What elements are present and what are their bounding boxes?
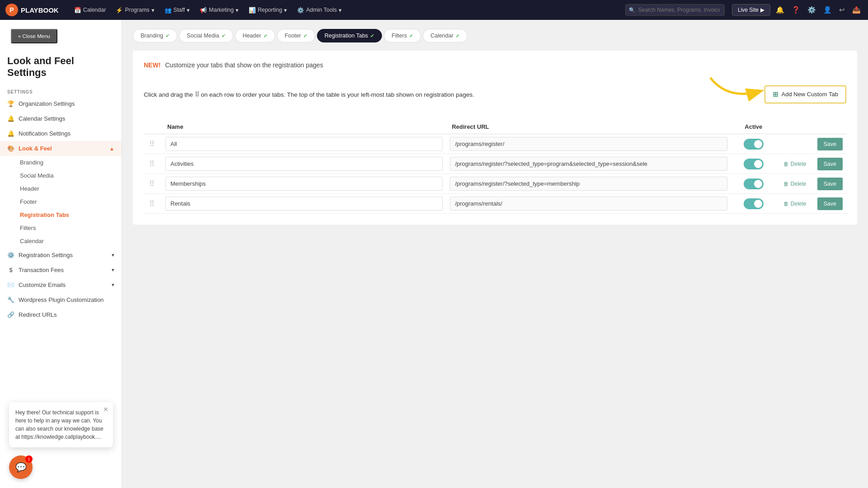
tab-calendar[interactable]: Calendar ✔ <box>423 29 467 42</box>
save-button[interactable]: Save <box>817 158 843 170</box>
live-site-button[interactable]: Live Site ▶ <box>732 4 770 16</box>
delete-button[interactable]: 🗑 Delete <box>780 179 810 189</box>
sidebar-item-wordpress-plugin[interactable]: 🔧 Wordpress Plugin Customization <box>0 292 122 307</box>
nav-staff[interactable]: 👥 Staff ▾ <box>160 4 194 16</box>
sub-item-label: Footer <box>20 198 37 205</box>
tab-registration-tabs[interactable]: Registration Tabs ✔ <box>317 29 382 42</box>
chat-bubble-button[interactable]: 💬 1 <box>9 455 33 479</box>
sidebar-item-label: Wordpress Plugin Customization <box>19 296 104 303</box>
tab-url-input[interactable] <box>450 177 727 191</box>
arrow-annotation <box>706 73 769 106</box>
sub-item-label: Branding <box>20 159 43 166</box>
instructions-text: Click and drag the ⠿ on each row to orde… <box>144 91 474 98</box>
close-menu-button[interactable]: « Close Menu <box>11 29 57 43</box>
active-toggle[interactable] <box>744 139 764 150</box>
live-site-label: Live Site <box>738 7 759 13</box>
plugin-icon: 🔧 <box>7 296 14 303</box>
delete-button[interactable]: 🗑 Delete <box>780 199 810 209</box>
sidebar-item-org-settings[interactable]: 🏆 Organization Settings <box>0 96 122 111</box>
logo: P PLAYBOOK <box>5 4 59 16</box>
sub-item-label: Filters <box>20 225 36 231</box>
save-button[interactable]: Save <box>817 178 843 190</box>
check-icon: ✔ <box>409 33 413 39</box>
active-toggle-wrap <box>735 198 773 209</box>
tab-name-input[interactable] <box>165 197 443 211</box>
sidebar-sub-calendar[interactable]: Calendar <box>0 235 122 248</box>
tab-url-input[interactable] <box>450 137 727 151</box>
top-navigation: P PLAYBOOK 📅 Calendar ⚡ Programs ▾ 👥 Sta… <box>0 0 868 20</box>
share-icon[interactable]: 📤 <box>850 4 863 16</box>
notifications-icon[interactable]: 🔔 <box>774 4 786 16</box>
add-new-custom-tab-button[interactable]: ⊞ Add New Custom Tab <box>764 85 847 103</box>
active-toggle[interactable] <box>744 198 764 209</box>
tab-url-input[interactable] <box>450 157 727 171</box>
main-content: Branding ✔ Social Media ✔ Header ✔ Foote… <box>122 20 868 488</box>
tab-branding[interactable]: Branding ✔ <box>133 29 177 42</box>
chat-popup: ✕ Hey there! Our technical support is he… <box>9 402 113 447</box>
sidebar-item-transaction-fees[interactable]: $ Transaction Fees ▾ <box>0 263 122 277</box>
instructions-row: Click and drag the ⠿ on each row to orde… <box>144 78 846 111</box>
sidebar-item-look-and-feel[interactable]: 🎨 Look & Feel ▲ <box>0 141 122 156</box>
drag-handle[interactable]: ⠿ <box>147 160 156 168</box>
sidebar-item-notification-settings[interactable]: 🔔 Notification Settings <box>0 126 122 141</box>
bell-icon: 🔔 <box>7 115 14 122</box>
chevron-up-icon: ▲ <box>109 146 114 151</box>
chat-popup-close-button[interactable]: ✕ <box>103 406 108 413</box>
sidebar-sub-header[interactable]: Header <box>0 182 122 195</box>
table-row: ⠿ 🗑 Delete Save <box>144 154 846 174</box>
check-icon: ✔ <box>456 33 460 39</box>
tabs-table: Name Redirect URL Active ⠿ <box>144 120 846 214</box>
active-toggle-wrap <box>735 139 773 150</box>
help-icon[interactable]: ❓ <box>790 4 802 16</box>
sidebar-item-calendar-settings[interactable]: 🔔 Calendar Settings <box>0 111 122 126</box>
drag-handle[interactable]: ⠿ <box>147 140 156 148</box>
chat-badge: 1 <box>25 455 33 463</box>
sidebar-item-customize-emails[interactable]: ✉️ Customize Emails ▾ <box>0 277 122 292</box>
nav-admin-tools[interactable]: ⚙️ Admin Tools ▾ <box>292 4 346 16</box>
check-icon: ✔ <box>303 33 307 39</box>
sidebar-sub-filters[interactable]: Filters <box>0 221 122 235</box>
logout-icon[interactable]: ↩ <box>837 4 847 16</box>
profile-icon[interactable]: 👤 <box>821 4 834 16</box>
tab-header[interactable]: Header ✔ <box>235 29 275 42</box>
sidebar-sub-branding[interactable]: Branding <box>0 156 122 169</box>
delete-button[interactable]: 🗑 Delete <box>780 159 810 169</box>
search-input[interactable] <box>625 4 725 16</box>
sub-item-label: Header <box>20 185 39 192</box>
sidebar-item-label: Customize Emails <box>19 282 66 288</box>
tab-social-media[interactable]: Social Media ✔ <box>179 29 233 42</box>
save-button[interactable]: Save <box>817 138 843 150</box>
active-toggle[interactable] <box>744 178 764 189</box>
drag-handle[interactable]: ⠿ <box>147 200 156 207</box>
nav-calendar[interactable]: 📅 Calendar <box>70 4 111 16</box>
gear-icon: ⚙️ <box>7 252 14 258</box>
trophy-icon: 🏆 <box>7 100 14 107</box>
active-toggle-wrap <box>735 178 773 189</box>
tab-footer[interactable]: Footer ✔ <box>277 29 315 42</box>
settings-icon[interactable]: ⚙️ <box>806 4 818 16</box>
plus-icon: ⊞ <box>773 90 778 99</box>
sidebar-item-redirect-urls[interactable]: 🔗 Redirect URLs <box>0 307 122 322</box>
active-toggle[interactable] <box>744 159 764 169</box>
col-drag <box>144 120 162 134</box>
settings-section-label: SETTINGS <box>0 85 122 96</box>
intro-text: NEW! Customize your tabs that show on th… <box>144 61 846 69</box>
sidebar-item-registration-settings[interactable]: ⚙️ Registration Settings ▾ <box>0 248 122 263</box>
sidebar-item-label: Registration Settings <box>19 252 73 258</box>
tab-name-input[interactable] <box>165 177 443 191</box>
intro-message: Customize your tabs that show on the reg… <box>165 61 323 69</box>
sidebar-sub-social-media[interactable]: Social Media <box>0 169 122 182</box>
nav-marketing[interactable]: 📢 Marketing ▾ <box>195 4 243 16</box>
tab-name-input[interactable] <box>165 137 443 151</box>
drag-handle[interactable]: ⠿ <box>147 180 156 188</box>
nav-reporting[interactable]: 📊 Reporting ▾ <box>244 4 292 16</box>
sidebar-item-label: Calendar Settings <box>19 115 65 122</box>
tab-name-input[interactable] <box>165 157 443 171</box>
tab-url-input[interactable] <box>450 197 727 211</box>
sidebar-sub-registration-tabs[interactable]: Registration Tabs <box>0 208 122 221</box>
sidebar-sub-footer[interactable]: Footer <box>0 195 122 208</box>
nav-programs[interactable]: ⚡ Programs ▾ <box>111 4 159 16</box>
tab-filters[interactable]: Filters ✔ <box>384 29 421 42</box>
save-button[interactable]: Save <box>817 197 843 210</box>
chat-icon: 💬 <box>15 462 27 473</box>
